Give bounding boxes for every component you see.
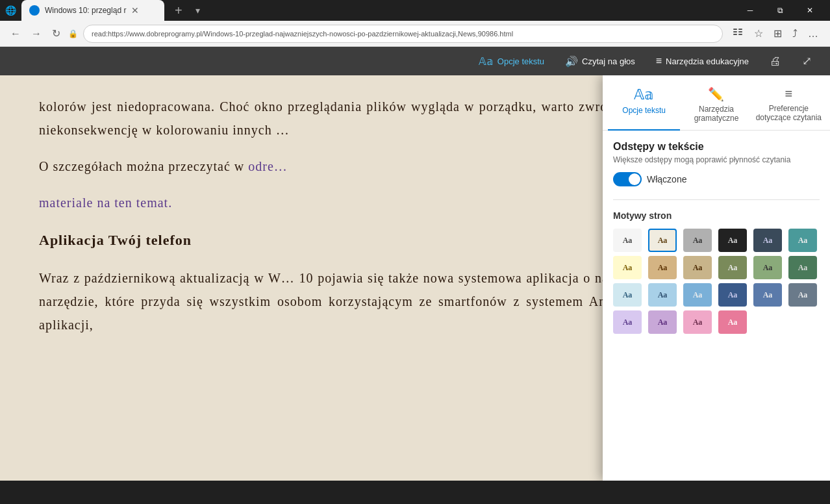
color-swatch-navy[interactable]: Aa — [718, 283, 747, 307]
color-swatch-teal[interactable]: Aa — [788, 229, 817, 252]
read-aloud-icon: 🔊 — [565, 55, 578, 68]
color-swatch-sky[interactable]: Aa — [648, 283, 677, 307]
spacing-section: Odstępy w tekście Większe odstępy mogą p… — [613, 141, 820, 186]
favorites-icon[interactable]: ☆ — [750, 25, 767, 42]
tab-grammar-tools[interactable]: ✏️ Narzędzia gramatyczne — [680, 81, 752, 131]
color-swatch-slate[interactable]: Aa — [788, 283, 817, 307]
spacing-toggle[interactable] — [613, 172, 642, 186]
text-options-label: Opcje tekstu — [497, 57, 544, 66]
divider — [613, 199, 820, 200]
minimize-button[interactable]: ─ — [735, 0, 765, 21]
color-swatch-gray[interactable]: Aa — [683, 229, 712, 252]
reader-view-icon[interactable] — [728, 24, 748, 44]
themes-section: Motywy stron AaAaAaAaAaAaAaAaAaAaAaAaAaA… — [613, 210, 820, 334]
tab-close-btn[interactable]: ✕ — [131, 5, 139, 16]
tab-favicon — [29, 5, 40, 16]
svg-rect-4 — [738, 31, 742, 32]
svg-rect-0 — [733, 29, 737, 30]
fullscreen-button[interactable]: ⤢ — [797, 50, 817, 72]
color-swatch-sage[interactable]: Aa — [753, 256, 782, 279]
color-grid: AaAaAaAaAaAaAaAaAaAaAaAaAaAaAaAaAaAaAaAa… — [613, 229, 820, 334]
color-swatch-forest[interactable]: Aa — [788, 256, 817, 279]
themes-title: Motywy stron — [613, 210, 820, 221]
svg-rect-1 — [733, 31, 737, 32]
maximize-button[interactable]: ⧉ — [765, 0, 795, 21]
edu-tools-button[interactable]: ≡ Narzędzia edukacyjne — [651, 51, 754, 71]
toolbar-icons: ☆ ⊞ ⤴ … — [728, 24, 822, 44]
address-bar: ← → ↻ 🔒 ☆ ⊞ ⤴ … — [0, 21, 830, 47]
panel-tabs: 𝔸𝕒 Opcje tekstu ✏️ Narzędzia gramatyczne… — [603, 75, 830, 131]
color-swatch-azure[interactable]: Aa — [683, 283, 712, 307]
new-tab-button[interactable]: + — [170, 3, 188, 18]
back-button[interactable]: ← — [8, 25, 23, 42]
tab-text-options[interactable]: 𝔸𝕒 Opcje tekstu — [608, 81, 680, 131]
read-aloud-button[interactable]: 🔊 Czytaj na głos — [560, 51, 640, 71]
refresh-button[interactable]: ↻ — [49, 25, 63, 42]
reader-toolbar: 𝔸𝕒 Opcje tekstu 🔊 Czytaj na głos ≡ Narzę… — [0, 47, 830, 75]
color-swatch-pink[interactable]: Aa — [683, 310, 712, 334]
color-swatch-olive[interactable]: Aa — [718, 256, 747, 279]
color-swatch-tan[interactable]: Aa — [648, 256, 677, 279]
color-swatch-cobalt[interactable]: Aa — [753, 283, 782, 307]
grammar-tools-tab-icon: ✏️ — [708, 86, 724, 102]
color-swatch-lavender[interactable]: Aa — [613, 310, 642, 334]
color-swatch-white[interactable]: Aa — [613, 229, 642, 252]
popup-panel: 𝔸𝕒 Opcje tekstu ✏️ Narzędzia gramatyczne… — [603, 75, 830, 481]
color-swatch-mauve[interactable]: Aa — [648, 310, 677, 334]
text-options-button[interactable]: 𝔸𝕒 Opcje tekstu — [473, 51, 549, 71]
color-swatch-beige[interactable]: Aa — [648, 229, 677, 252]
article-link-2[interactable]: materiale na ten temat. — [39, 195, 172, 210]
toggle-label: Włączone — [647, 174, 686, 184]
spacing-title: Odstępy w tekście — [613, 141, 820, 153]
tab-text-options-label: Opcje tekstu — [622, 106, 666, 115]
window-controls: ─ ⧉ ✕ — [735, 0, 825, 21]
svg-rect-3 — [738, 29, 742, 30]
content-area: kolorów jest niedopracowana. Choć okno p… — [0, 75, 830, 481]
color-swatch-khaki[interactable]: Aa — [683, 256, 712, 279]
close-button[interactable]: ✕ — [795, 0, 825, 21]
toggle-row: Włączone — [613, 172, 820, 186]
tab-grammar-label: Narzędzia gramatyczne — [683, 105, 749, 123]
color-swatch-rose[interactable]: Aa — [718, 310, 747, 334]
svg-rect-5 — [738, 34, 742, 35]
settings-icon[interactable]: … — [804, 25, 822, 42]
panel-content: Odstępy w tekście Większe odstępy mogą p… — [603, 131, 830, 481]
collections-icon[interactable]: ⊞ — [770, 25, 786, 42]
text-options-tab-icon: 𝔸𝕒 — [634, 86, 654, 103]
edu-tools-label: Narzędzia edukacyjne — [666, 57, 749, 66]
tab-reading-prefs-label: Preferencje dotyczące czytania — [755, 104, 822, 122]
share-icon[interactable]: ⤴ — [788, 25, 801, 42]
article-link[interactable]: odre… — [248, 159, 288, 173]
text-options-icon: 𝔸𝕒 — [479, 55, 494, 68]
lock-icon: 🔒 — [68, 29, 78, 38]
reading-prefs-tab-icon: ≡ — [785, 86, 792, 101]
color-swatch-steel[interactable]: Aa — [753, 229, 782, 252]
forward-button[interactable]: → — [29, 25, 44, 42]
address-input[interactable] — [83, 25, 723, 43]
tab-title: Windows 10: przegląd r — [45, 6, 126, 15]
browser-tab[interactable]: Windows 10: przegląd r ✕ — [21, 0, 164, 21]
app-icon: 🌐 — [5, 5, 16, 16]
print-button[interactable]: 🖨 — [764, 51, 786, 72]
color-swatch-dark[interactable]: Aa — [718, 229, 747, 252]
color-swatch-yellow[interactable]: Aa — [613, 256, 642, 279]
edu-tools-icon: ≡ — [656, 55, 662, 67]
title-bar-left: 🌐 Windows 10: przegląd r ✕ + ▾ — [5, 0, 203, 21]
color-swatch-paleblue[interactable]: Aa — [613, 283, 642, 307]
tab-reading-prefs[interactable]: ≡ Preferencje dotyczące czytania — [753, 81, 825, 131]
read-aloud-label: Czytaj na głos — [582, 57, 635, 66]
tab-arrow[interactable]: ▾ — [193, 5, 203, 16]
title-bar: 🌐 Windows 10: przegląd r ✕ + ▾ ─ ⧉ ✕ — [0, 0, 830, 21]
svg-rect-2 — [733, 34, 737, 35]
spacing-desc: Większe odstępy mogą poprawić płynność c… — [613, 155, 820, 164]
